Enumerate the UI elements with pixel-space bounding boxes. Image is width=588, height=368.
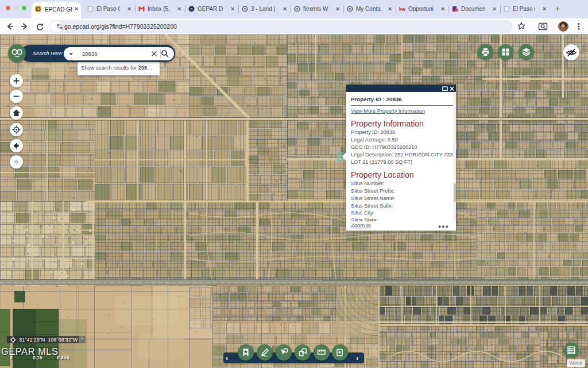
svg-text:kw: kw (399, 6, 405, 12)
svg-text:a: a (191, 7, 193, 11)
